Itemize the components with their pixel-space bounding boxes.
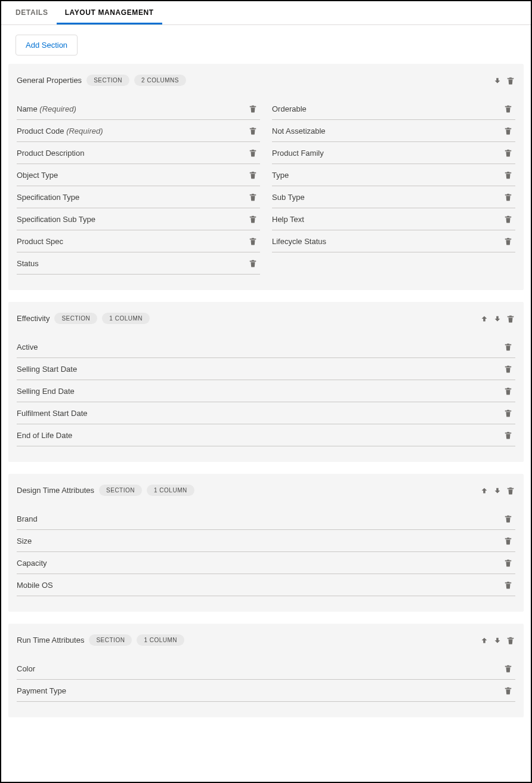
- delete-field-icon[interactable]: [503, 580, 513, 590]
- move-up-icon[interactable]: [480, 486, 489, 495]
- field-row[interactable]: Size: [17, 530, 515, 552]
- field-row[interactable]: Object Type: [17, 164, 260, 186]
- delete-field-icon[interactable]: [248, 170, 258, 180]
- delete-section-icon[interactable]: [506, 314, 515, 323]
- delete-field-icon[interactable]: [503, 664, 513, 673]
- move-up-icon[interactable]: [480, 314, 489, 323]
- delete-field-icon[interactable]: [503, 170, 513, 180]
- field-row[interactable]: Fulfilment Start Date: [17, 402, 515, 424]
- field-label: Type: [272, 171, 289, 180]
- field-row[interactable]: Product Family: [272, 142, 515, 164]
- delete-field-icon[interactable]: [248, 104, 258, 113]
- delete-field-icon[interactable]: [503, 686, 513, 695]
- section-design-time-attributes: Design Time Attributes SECTION 1 COLUMN …: [8, 474, 524, 612]
- delete-field-icon[interactable]: [503, 192, 513, 202]
- field-row[interactable]: Product Code (Required): [17, 120, 260, 142]
- delete-field-icon[interactable]: [503, 386, 513, 396]
- column-right: Orderable Not Assetizable Product Family…: [272, 98, 515, 275]
- delete-field-icon[interactable]: [503, 558, 513, 568]
- section-run-time-attributes: Run Time Attributes SECTION 1 COLUMN Col…: [8, 624, 524, 717]
- delete-field-icon[interactable]: [248, 126, 258, 135]
- field-row[interactable]: Mobile OS: [17, 574, 515, 596]
- delete-field-icon[interactable]: [503, 430, 513, 440]
- field-label: Fulfilment Start Date: [17, 409, 88, 418]
- delete-field-icon[interactable]: [248, 192, 258, 202]
- section-pill: SECTION: [54, 313, 97, 324]
- move-down-icon[interactable]: [493, 76, 502, 85]
- field-row[interactable]: Name (Required): [17, 98, 260, 120]
- delete-field-icon[interactable]: [503, 514, 513, 523]
- field-label: Active: [17, 343, 38, 352]
- field-label: Selling Start Date: [17, 365, 77, 374]
- field-label: Product Family: [272, 149, 324, 158]
- delete-field-icon[interactable]: [248, 258, 258, 268]
- field-label: Color: [17, 664, 35, 673]
- field-row[interactable]: Product Description: [17, 142, 260, 164]
- delete-field-icon[interactable]: [503, 342, 513, 352]
- content-area: Add Section General Properties SECTION 2…: [1, 25, 531, 739]
- delete-field-icon[interactable]: [503, 126, 513, 135]
- delete-section-icon[interactable]: [506, 636, 515, 645]
- field-row[interactable]: Selling End Date: [17, 380, 515, 402]
- field-label: Sub Type: [272, 193, 305, 202]
- field-label: Payment Type: [17, 686, 66, 695]
- delete-section-icon[interactable]: [506, 486, 515, 495]
- delete-field-icon[interactable]: [503, 536, 513, 545]
- field-row[interactable]: Active: [17, 336, 515, 358]
- section-title: Effectivity: [17, 314, 50, 323]
- columns-pill: 1 COLUMN: [102, 313, 150, 324]
- field-label: Help Text: [272, 215, 304, 224]
- field-row[interactable]: Lifecycle Status: [272, 230, 515, 252]
- section-title: Run Time Attributes: [17, 636, 84, 645]
- field-label: Product Code (Required): [17, 127, 103, 135]
- section-title: General Properties: [17, 76, 82, 85]
- delete-field-icon[interactable]: [503, 214, 513, 224]
- add-section-button[interactable]: Add Section: [16, 35, 78, 56]
- field-label: Object Type: [17, 171, 58, 180]
- field-row[interactable]: Color: [17, 658, 515, 680]
- field-row[interactable]: Product Spec: [17, 230, 260, 252]
- field-row[interactable]: Payment Type: [17, 680, 515, 702]
- section-title: Design Time Attributes: [17, 486, 94, 495]
- field-label: Selling End Date: [17, 387, 75, 396]
- tab-details[interactable]: DETAILS: [7, 1, 57, 24]
- delete-field-icon[interactable]: [503, 236, 513, 246]
- tab-layout-management[interactable]: LAYOUT MANAGEMENT: [57, 1, 162, 24]
- section-general-properties: General Properties SECTION 2 COLUMNS Nam…: [8, 64, 524, 290]
- field-row[interactable]: Orderable: [272, 98, 515, 120]
- field-row[interactable]: End of Life Date: [17, 424, 515, 446]
- move-down-icon[interactable]: [493, 636, 502, 645]
- field-row[interactable]: Brand: [17, 508, 515, 530]
- field-row[interactable]: Specification Sub Type: [17, 208, 260, 230]
- field-row[interactable]: Status: [17, 252, 260, 275]
- delete-field-icon[interactable]: [503, 408, 513, 418]
- field-row[interactable]: Help Text: [272, 208, 515, 230]
- field-row[interactable]: Capacity: [17, 552, 515, 574]
- section-header: Run Time Attributes SECTION 1 COLUMN: [17, 634, 515, 646]
- field-row[interactable]: Specification Type: [17, 186, 260, 208]
- move-down-icon[interactable]: [493, 486, 502, 495]
- delete-field-icon[interactable]: [248, 214, 258, 224]
- delete-field-icon[interactable]: [248, 148, 258, 158]
- delete-field-icon[interactable]: [248, 236, 258, 246]
- field-row[interactable]: Selling Start Date: [17, 358, 515, 380]
- move-up-icon[interactable]: [480, 636, 489, 645]
- field-label: Name (Required): [17, 104, 76, 113]
- delete-section-icon[interactable]: [506, 76, 515, 85]
- field-label: Specification Type: [17, 193, 79, 202]
- section-effectivity: Effectivity SECTION 1 COLUMN Active Sell…: [8, 302, 524, 462]
- field-label: Lifecycle Status: [272, 237, 326, 246]
- field-row[interactable]: Type: [272, 164, 515, 186]
- move-down-icon[interactable]: [493, 314, 502, 323]
- field-row[interactable]: Not Assetizable: [272, 120, 515, 142]
- columns-pill: 1 COLUMN: [137, 634, 184, 646]
- columns-pill: 1 COLUMN: [147, 485, 194, 496]
- section-header: Design Time Attributes SECTION 1 COLUMN: [17, 485, 515, 496]
- delete-field-icon[interactable]: [503, 148, 513, 158]
- section-pill: SECTION: [99, 485, 142, 496]
- field-row[interactable]: Sub Type: [272, 186, 515, 208]
- delete-field-icon[interactable]: [503, 104, 513, 113]
- delete-field-icon[interactable]: [503, 364, 513, 374]
- field-label: Brand: [17, 514, 38, 523]
- field-label: Orderable: [272, 104, 307, 113]
